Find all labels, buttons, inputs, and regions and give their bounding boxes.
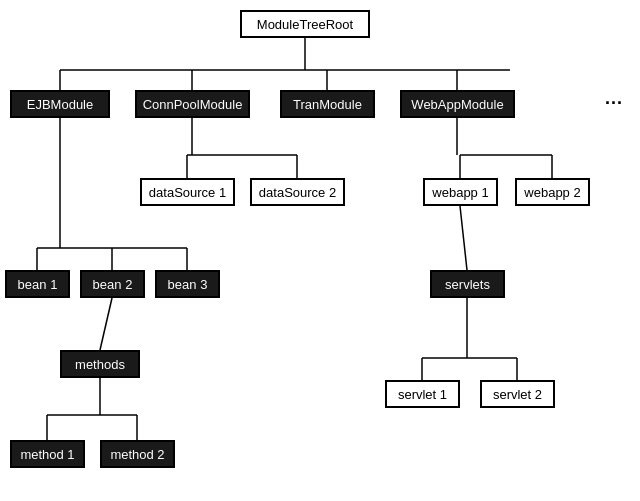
more-nodes-indicator: ... — [605, 88, 623, 109]
tree-diagram: ModuleTreeRoot EJBModule ConnPoolModule … — [0, 0, 640, 501]
node-servlet2-label: servlet 2 — [493, 387, 542, 402]
node-servlet1: servlet 1 — [385, 380, 460, 408]
node-servlets: servlets — [430, 270, 505, 298]
node-servlet2: servlet 2 — [480, 380, 555, 408]
node-ejb-label: EJBModule — [27, 97, 93, 112]
node-servlets-label: servlets — [445, 277, 490, 292]
node-ds1-label: dataSource 1 — [149, 185, 226, 200]
node-connpool: ConnPoolModule — [135, 90, 250, 118]
node-ds1: dataSource 1 — [140, 178, 235, 206]
svg-line-24 — [460, 206, 467, 270]
node-webapp2-label: webapp 2 — [524, 185, 580, 200]
dots-label: ... — [605, 88, 623, 108]
connection-lines — [0, 0, 640, 501]
node-method1: method 1 — [10, 440, 85, 468]
node-webapp1-label: webapp 1 — [432, 185, 488, 200]
node-method2-label: method 2 — [110, 447, 164, 462]
node-method1-label: method 1 — [20, 447, 74, 462]
node-webapp-label: WebAppModule — [411, 97, 503, 112]
node-methods-label: methods — [75, 357, 125, 372]
node-bean1-label: bean 1 — [18, 277, 58, 292]
node-webapp: WebAppModule — [400, 90, 515, 118]
node-tran-label: TranModule — [293, 97, 362, 112]
node-tran: TranModule — [280, 90, 375, 118]
node-ds2-label: dataSource 2 — [259, 185, 336, 200]
node-method2: method 2 — [100, 440, 175, 468]
svg-line-15 — [100, 298, 112, 350]
node-root-label: ModuleTreeRoot — [257, 17, 353, 32]
node-webapp1: webapp 1 — [423, 178, 498, 206]
node-bean2: bean 2 — [80, 270, 145, 298]
node-webapp2: webapp 2 — [515, 178, 590, 206]
node-connpool-label: ConnPoolModule — [143, 97, 243, 112]
node-bean1: bean 1 — [5, 270, 70, 298]
node-bean3-label: bean 3 — [168, 277, 208, 292]
node-bean3: bean 3 — [155, 270, 220, 298]
node-methods: methods — [60, 350, 140, 378]
node-ds2: dataSource 2 — [250, 178, 345, 206]
node-bean2-label: bean 2 — [93, 277, 133, 292]
node-servlet1-label: servlet 1 — [398, 387, 447, 402]
node-root: ModuleTreeRoot — [240, 10, 370, 38]
node-ejb: EJBModule — [10, 90, 110, 118]
